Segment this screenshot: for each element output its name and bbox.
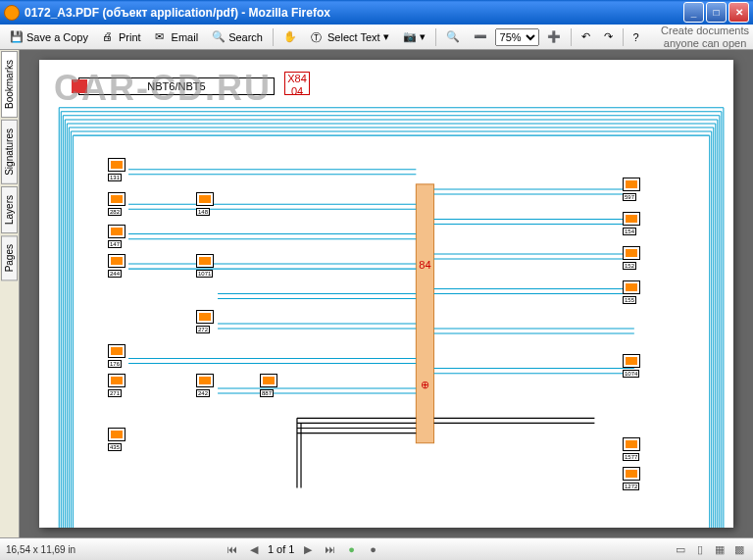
component-label: 272: [196, 326, 210, 333]
hand-tool-button[interactable]: ✋: [277, 27, 303, 47]
component-label: 597: [623, 193, 636, 201]
component-label: 435: [108, 443, 122, 451]
window-titlebar: 0172_A3.PDF (объект application/pdf) - M…: [0, 0, 753, 25]
hand-icon: ✋: [283, 30, 297, 44]
window-title: 0172_A3.PDF (объект application/pdf) - M…: [25, 6, 683, 20]
component-label: 131: [108, 174, 122, 181]
zoom-in-button[interactable]: 🔍: [440, 27, 466, 46]
component-label: 282: [108, 208, 122, 216]
print-button[interactable]: 🖨 Print: [96, 27, 147, 47]
watermark-text: CAR-CD.RU: [54, 68, 272, 109]
zoom-select[interactable]: 75%: [495, 28, 539, 46]
page-layout-facing-icon[interactable]: ▦: [712, 541, 728, 557]
search-label: Search: [228, 31, 263, 43]
page-layout-contfacing-icon[interactable]: ▩: [731, 541, 747, 557]
component-label: 1074: [623, 370, 639, 378]
svg-rect-24: [416, 184, 433, 443]
zoom-out-icon: ➖: [474, 30, 487, 43]
text-select-icon: Ⓣ: [311, 30, 325, 44]
zoom-plus-button[interactable]: ➕: [541, 27, 567, 46]
component-box: [108, 225, 126, 238]
pdf-page: CAR-CD.RU NBT6/NBT5 X84 04: [39, 60, 733, 528]
component-label: 244: [108, 270, 122, 278]
print-label: Print: [119, 31, 141, 43]
component-box: [623, 212, 640, 226]
search-button[interactable]: 🔍 Search: [206, 27, 269, 47]
close-button[interactable]: ✕: [728, 2, 749, 23]
center-block-label: 84: [419, 259, 430, 271]
pager-nav: ⏮ ◀ 1 of 1 ▶ ⏭ ● ●: [225, 541, 381, 557]
pdf-viewport[interactable]: CAR-CD.RU NBT6/NBT5 X84 04: [20, 50, 753, 537]
tab-layers[interactable]: Layers: [1, 186, 18, 233]
toolbar-separator: [273, 28, 274, 46]
tab-bookmarks[interactable]: Bookmarks: [1, 51, 18, 118]
component-box: [196, 254, 214, 268]
component-box: [108, 158, 126, 172]
page-layout-single-icon[interactable]: ▭: [673, 541, 688, 557]
page-layout-cont-icon[interactable]: ▯: [692, 541, 708, 557]
select-text-label: Select Text: [327, 31, 380, 43]
window-buttons: _ □ ✕: [683, 2, 749, 23]
tab-pages[interactable]: Pages: [1, 235, 18, 280]
help-button[interactable]: ?: [628, 28, 645, 46]
rotate-cw-button[interactable]: ↷: [598, 27, 619, 46]
email-icon: ✉: [155, 30, 169, 44]
email-button[interactable]: ✉ Email: [149, 27, 205, 47]
tab-signatures[interactable]: Signatures: [1, 120, 18, 184]
component-label: 152: [623, 262, 636, 270]
toolbar-separator: [571, 28, 572, 46]
component-label: 887: [260, 389, 274, 397]
toolbar-separator: [435, 28, 436, 46]
svg-text:⊕: ⊕: [421, 379, 429, 390]
dropdown-icon: ▾: [383, 30, 389, 43]
pager-right: ▭ ▯ ▦ ▩: [673, 541, 747, 557]
main-area: Bookmarks Signatures Layers Pages CAR-CD…: [0, 50, 753, 537]
page-dimensions: 16,54 x 11,69 in: [6, 544, 75, 555]
component-box: [108, 192, 126, 206]
component-label: 155: [623, 296, 636, 304]
component-box: [108, 254, 126, 268]
pager-bar: 16,54 x 11,69 in ⏮ ◀ 1 of 1 ▶ ⏭ ● ● ▭ ▯ …: [0, 537, 753, 560]
search-icon: 🔍: [212, 30, 226, 44]
component-box: [108, 344, 126, 358]
component-label: 1272: [623, 483, 639, 490]
component-box: [108, 428, 126, 441]
rotate-ccw-button[interactable]: ↶: [576, 27, 596, 46]
component-box: [623, 178, 640, 191]
select-text-button[interactable]: Ⓣ Select Text ▾: [305, 27, 395, 47]
component-label: 176: [108, 360, 122, 368]
back-button[interactable]: ●: [343, 541, 359, 557]
component-box: [196, 374, 214, 387]
toolbar-note: Create documents anyone can open: [661, 25, 749, 48]
component-box: [623, 246, 640, 260]
snapshot-button[interactable]: 📷▾: [397, 27, 431, 47]
component-box: [623, 354, 640, 368]
component-label: 271: [108, 389, 122, 397]
dropdown-icon: ▾: [420, 30, 426, 43]
first-page-button[interactable]: ⏮: [225, 541, 240, 557]
component-box: [196, 192, 214, 206]
toolbar-separator: [623, 28, 624, 46]
component-box: [260, 374, 277, 387]
minimize-button[interactable]: _: [683, 2, 704, 23]
firefox-icon: [4, 5, 20, 21]
prev-page-button[interactable]: ◀: [246, 541, 262, 557]
component-label: 1577: [623, 453, 639, 461]
component-box: [623, 467, 640, 481]
last-page-button[interactable]: ⏭: [322, 541, 337, 557]
email-label: Email: [172, 31, 199, 43]
wiring-diagram: 84 ⊕ 131 282 148 147 244 1071 272 17: [39, 60, 733, 528]
zoom-out-button[interactable]: ➖: [468, 27, 493, 46]
component-label: 148: [196, 208, 210, 216]
save-icon: 💾: [10, 30, 24, 44]
note-line2: anyone can open: [661, 37, 749, 49]
camera-icon: 📷: [403, 30, 417, 44]
forward-button[interactable]: ●: [365, 541, 380, 557]
component-label: 1071: [196, 270, 213, 278]
note-line1: Create documents: [661, 25, 749, 36]
next-page-button[interactable]: ▶: [300, 541, 316, 557]
print-icon: 🖨: [102, 30, 116, 44]
save-copy-button[interactable]: 💾 Save a Copy: [4, 27, 94, 47]
maximize-button[interactable]: □: [706, 2, 727, 23]
side-tabs: Bookmarks Signatures Layers Pages: [0, 50, 20, 537]
